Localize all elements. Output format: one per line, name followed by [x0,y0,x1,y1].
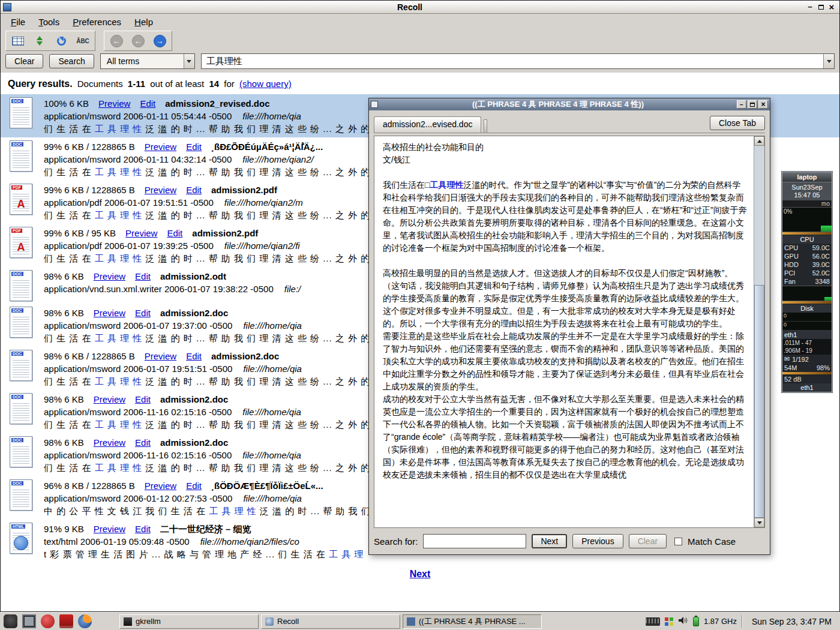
result-title: admission2.doc [160,307,228,319]
gkrellm-date: Sun23Sep [782,184,832,191]
result-mime-date: application/msword 2006-01-11 05:54:44 -… [44,111,232,121]
edit-link[interactable]: Edit [135,436,151,449]
minimize-icon[interactable] [805,2,815,12]
terminal-icon[interactable] [22,614,36,628]
query-combobox[interactable] [201,53,835,69]
find-previous-button[interactable]: Previous [572,534,623,548]
temperature-row: HDD39.0C [782,260,832,269]
app-icon [3,3,11,11]
search-mode-select[interactable]: All terms [100,53,195,69]
tab-admission2[interactable]: admission2...evised.doc [374,116,481,133]
preview-paragraph [383,166,747,179]
volume-icon[interactable] [678,616,688,626]
vertical-scrollbar[interactable] [754,136,764,527]
gkrellm-panel[interactable]: laptop Sun23Sep 15:47 05 mo 0% CPU CPU59… [781,171,833,393]
result-title: 二十一世纪经济 – 细览 [160,523,251,535]
result-meta: 99% 6 KB / 1228865 B [44,140,135,153]
edit-link[interactable]: Edit [135,523,151,535]
battery-icon[interactable] [693,617,699,626]
sort-button[interactable] [31,33,48,49]
preview-text-area[interactable]: 高校招生的社会功能和目的文/钱江 我们生活在□工具理性泛滥的时代。作为“世之显学… [374,136,765,528]
maximize-icon[interactable] [748,100,757,109]
prev-page-button[interactable]: ← [130,33,146,49]
taskbar-clock[interactable]: Sun Sep 23, 3:47 PM [747,617,836,626]
search-button[interactable]: Search [49,54,94,68]
edit-link[interactable]: Edit [186,184,202,196]
preview-link[interactable]: Preview [94,270,125,283]
preview-link[interactable]: Preview [94,307,125,319]
preview-titlebar[interactable]: ((工 PHRASE 4 具 PHRASE 4 理 PHRASE 4 性)) [369,98,770,110]
preview-link[interactable]: Preview [145,479,176,492]
clear-button[interactable]: Clear [5,54,43,68]
scrollbar-thumb[interactable] [754,285,764,518]
preview-link[interactable]: Preview [145,140,176,153]
titlebar[interactable]: Recoll [1,1,839,14]
scroll-up-icon[interactable] [754,136,764,146]
red-app-icon[interactable] [41,614,55,628]
edit-link[interactable]: Edit [167,227,182,239]
tray-grid-icon[interactable] [665,617,673,626]
term-explorer-button[interactable]: ÂBC [74,33,91,49]
preview-link[interactable]: Preview [125,227,157,239]
close-tab-button[interactable]: Close Tab [710,116,765,130]
menu-tools[interactable]: Tools [33,16,65,28]
preview-link[interactable]: Preview [98,97,130,110]
mail-count: 1/192 [792,356,809,363]
history-button[interactable] [53,33,70,49]
preview-link[interactable]: Preview [145,184,176,196]
preview-link[interactable]: Preview [94,436,125,449]
next-page-button[interactable]: → [151,33,168,49]
task-gkrellm[interactable]: gkrellm [119,614,259,629]
edit-link[interactable]: Edit [135,270,151,283]
query-input[interactable] [202,56,823,67]
find-input[interactable] [423,534,526,548]
edit-link[interactable]: Edit [140,97,155,110]
scroll-down-icon[interactable] [754,518,764,527]
memory-row: 54M98% [782,364,832,372]
edit-link[interactable]: Edit [186,479,202,492]
search-bar: Clear Search All terms [1,52,839,73]
docs-total: 14 [209,79,219,89]
gkrellm-time: 15:47 05 [782,191,832,199]
edit-link[interactable]: Edit [135,393,151,406]
keyboard-icon[interactable] [646,617,660,626]
red-box-app-icon[interactable] [59,614,73,628]
extra-row: 52 dB [782,375,832,383]
chevron-down-icon[interactable] [823,54,834,68]
preview-link[interactable]: Preview [94,393,125,406]
edit-link[interactable]: Edit [186,350,202,362]
clear-search-button[interactable] [10,33,26,49]
preview-link[interactable]: Preview [94,523,125,535]
first-page-button[interactable]: ← [108,33,125,49]
eth1-footer-label: eth1 [782,383,832,392]
preview-window: ((工 PHRASE 4 具 PHRASE 4 理 PHRASE 4 性)) a… [368,98,770,555]
match-case-checkbox[interactable] [674,538,682,545]
maximize-icon[interactable] [815,2,826,12]
find-next-button[interactable]: Next [532,534,567,548]
result-meta: 100% 6 KB [44,97,89,110]
edit-link[interactable]: Edit [186,140,202,153]
chevron-down-icon[interactable] [184,54,194,68]
menu-help[interactable]: Help [129,16,158,28]
app-menu-icon[interactable] [4,614,17,628]
file-type-icon: PDF [5,184,37,221]
close-icon[interactable] [826,2,837,12]
task-recoll[interactable]: Recoll [261,614,400,629]
docs-middle: out of at least [150,79,204,89]
find-clear-button[interactable]: Clear [629,534,667,548]
menu-preferences[interactable]: Preferences [67,16,127,28]
minimize-icon[interactable] [737,100,746,109]
result-url: file:///home/qia [242,111,301,121]
task-list: gkrellm Recoll ((工 PHRASE 4 具 PHRASE ... [119,614,542,629]
preview-title: ((工 PHRASE 4 具 PHRASE 4 理 PHRASE 4 性)) [380,99,736,110]
file-type-icon: DOC [5,479,37,517]
preview-link[interactable]: Preview [145,350,176,362]
next-page-link[interactable]: Next [1,569,839,580]
result-mime-date: application/msword 2006-01-11 04:32:14 -… [44,154,232,164]
menu-file[interactable]: File [5,16,31,28]
edit-link[interactable]: Edit [135,307,151,319]
task-preview-window[interactable]: ((工 PHRASE 4 具 PHRASE ... [403,614,542,629]
show-query-link[interactable]: (show query) [239,79,292,89]
close-icon[interactable] [758,100,768,109]
firefox-icon[interactable] [78,614,92,628]
